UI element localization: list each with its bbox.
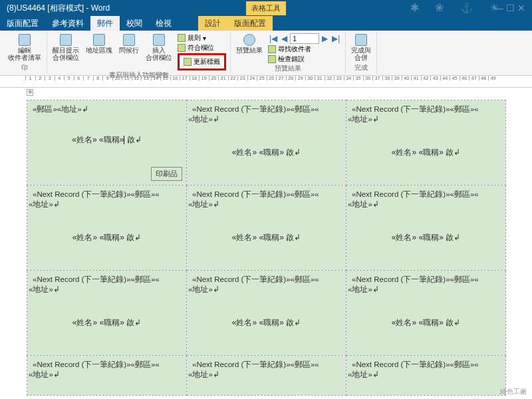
nav-first-button[interactable]: |◀ (268, 34, 279, 43)
ribbon-tabs: 版面配置 參考資料 郵件 校閱 檢視 設計 版面配置 (0, 16, 532, 31)
label-cell[interactable]: «Next Record (下一筆紀錄)»«郵區»««地址»↲ «姓名» «職稱… (187, 186, 346, 271)
watermark: 綠色工廠 (500, 387, 527, 396)
print-box: 印刷品 (151, 167, 182, 181)
nav-next-button[interactable]: ▶ (321, 34, 329, 43)
nav-last-button[interactable]: ▶| (331, 34, 341, 43)
label-cell[interactable]: «Next Record (下一筆紀錄)»«郵區»««地址»↲ «姓名» «職稱… (187, 100, 346, 186)
tab-mailings[interactable]: 郵件 (90, 16, 120, 31)
label-cell[interactable]: «郵區»«地址»↲ «姓名» «職稱» 啟↲ 印刷品 (27, 100, 187, 186)
label-cell[interactable]: «Next Record (下一筆紀錄)»«郵區»««地址»↲ (187, 356, 346, 396)
check-errors-button[interactable]: 檢查錯誤 (268, 55, 341, 64)
contextual-tab-label: 表格工具 (246, 1, 286, 15)
tooltab-layout[interactable]: 版面配置 (227, 16, 273, 31)
update-labels-button[interactable]: 更新標籤 (178, 53, 226, 70)
label-cell[interactable]: «Next Record (下一筆紀錄)»«郵區»««地址»↲ «姓名» «職稱… (27, 271, 187, 356)
insert-merge-field-button[interactable]: 插入合併欄位 (144, 33, 174, 62)
horizontal-ruler[interactable]: 1234567891011121314151617181920212223242… (0, 76, 532, 88)
table-move-handle[interactable]: ✥ (27, 89, 33, 96)
highlight-merge-button[interactable]: 醒目提示合併欄位 (51, 33, 80, 62)
record-number-input[interactable] (290, 33, 319, 44)
tooltab-design[interactable]: 設計 (198, 16, 227, 31)
window-title: (8)US4464 [相容模式] - Word (7, 3, 110, 14)
label-cell[interactable]: «Next Record (下一筆紀錄)»«郵區»««地址»↲ «姓名» «職稱… (346, 100, 506, 186)
tab-view[interactable]: 檢視 (149, 16, 178, 31)
tab-layout[interactable]: 版面配置 (0, 16, 45, 31)
label-cell[interactable]: «Next Record (下一筆紀錄)»«郵區»««地址»↲ «姓名» «職稱… (187, 271, 346, 356)
decor-icons: ✱ ❀ ⚓ ☀ (410, 1, 505, 14)
window-controls[interactable]: — ☐ ✕ (494, 3, 525, 13)
tab-references[interactable]: 參考資料 (45, 16, 90, 31)
ribbon: 編輯收件者清單 印 醒目提示合併欄位 地址區塊 問候行 插入合併欄位 規則 ▾ … (0, 31, 532, 76)
record-nav: |◀ ◀ ▶ ▶| (268, 33, 341, 44)
edit-recipients-button[interactable]: 編輯收件者清單 (7, 33, 43, 62)
title-bar: (8)US4464 [相容模式] - Word 表格工具 ✱ ❀ ⚓ ☀ — ☐… (0, 0, 532, 16)
match-fields-button[interactable]: 符合欄位 (178, 43, 226, 53)
finish-merge-button[interactable]: 完成與合併 (350, 33, 372, 62)
label-cell[interactable]: «Next Record (下一筆紀錄)»«郵區»««地址»↲ «姓名» «職稱… (346, 271, 506, 356)
nav-prev-button[interactable]: ◀ (280, 34, 289, 43)
label-cell[interactable]: «Next Record (下一筆紀錄)»«郵區»««地址»↲ «姓名» «職稱… (346, 186, 506, 271)
greeting-line-button[interactable]: 問候行 (118, 33, 140, 55)
label-cell[interactable]: «Next Record (下一筆紀錄)»«郵區»««地址»↲ (27, 356, 187, 396)
rules-button[interactable]: 規則 ▾ (178, 33, 226, 43)
preview-results-button[interactable]: 預覽結果 (235, 33, 264, 55)
document-area[interactable]: ✥ «郵區»«地址»↲ «姓名» «職稱» 啟↲ 印刷品 «Next Recor… (0, 88, 532, 398)
label-table: «郵區»«地址»↲ «姓名» «職稱» 啟↲ 印刷品 «Next Record … (27, 100, 506, 396)
address-block-button[interactable]: 地址區塊 (84, 33, 114, 55)
tab-review[interactable]: 校閱 (120, 16, 149, 31)
label-cell[interactable]: «Next Record (下一筆紀錄)»«郵區»««地址»↲ «姓名» «職稱… (27, 186, 187, 271)
find-recipient-button[interactable]: 尋找收件者 (268, 45, 341, 54)
label-cell[interactable]: «Next Record (下一筆紀錄)»«郵區»««地址»↲ (346, 356, 506, 396)
